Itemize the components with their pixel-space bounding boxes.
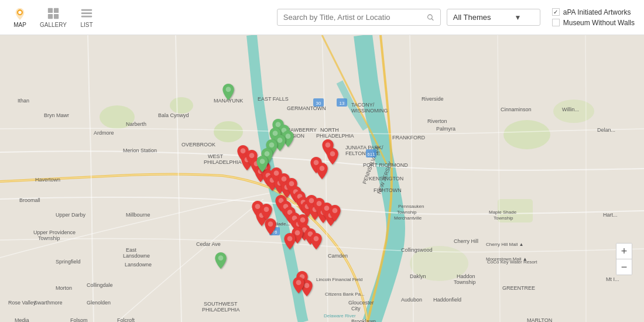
svg-text:Merion Station: Merion Station <box>123 148 157 153</box>
svg-text:Upper Providence: Upper Providence <box>33 229 76 235</box>
svg-point-1 <box>18 11 22 14</box>
red-pin[interactable] <box>328 205 341 224</box>
svg-text:Collingdale: Collingdale <box>87 282 113 288</box>
svg-text:Willin...: Willin... <box>562 107 579 112</box>
svg-text:Riverside: Riverside <box>422 96 444 102</box>
svg-text:Township: Township <box>397 210 417 215</box>
view-toggle-group: MAP GALLERY LIST <box>9 7 97 28</box>
zoom-out-button[interactable]: − <box>616 259 632 275</box>
svg-text:Cedar Ave: Cedar Ave <box>196 241 221 247</box>
svg-text:East: East <box>126 247 137 253</box>
svg-point-9 <box>427 15 432 19</box>
svg-rect-3 <box>54 8 59 12</box>
svg-text:NORTH: NORTH <box>320 127 339 133</box>
legend-item-mww[interactable]: Museum Without Walls <box>552 19 635 27</box>
svg-point-15 <box>503 120 550 149</box>
svg-text:Millbourne: Millbourne <box>126 212 150 218</box>
svg-text:Daklyn: Daklyn <box>410 273 426 279</box>
svg-text:Hart...: Hart... <box>603 212 618 218</box>
mww-label: Museum Without Walls <box>563 19 635 27</box>
svg-point-137 <box>300 217 306 222</box>
red-pin[interactable] <box>316 163 328 181</box>
svg-text:Delan...: Delan... <box>597 127 615 133</box>
svg-text:Upper Darby: Upper Darby <box>56 212 86 218</box>
svg-text:Moorestown Mall ▲: Moorestown Mall ▲ <box>486 256 527 262</box>
svg-text:Township: Township <box>38 235 60 241</box>
svg-text:Palmyra: Palmyra <box>436 126 455 132</box>
svg-text:City: City <box>351 306 361 311</box>
svg-text:13: 13 <box>340 101 345 106</box>
svg-text:Delaware River: Delaware River <box>324 313 356 318</box>
svg-text:Folsom: Folsom <box>70 317 88 322</box>
svg-text:Bala Cynwyd: Bala Cynwyd <box>158 112 189 118</box>
zoom-in-button[interactable]: + <box>616 244 632 259</box>
map-view-button[interactable]: MAP <box>9 7 30 28</box>
svg-text:Narberth: Narberth <box>126 121 146 127</box>
svg-text:Gloucester: Gloucester <box>348 300 374 306</box>
svg-text:Lansdowne: Lansdowne <box>125 262 152 268</box>
apa-checkbox[interactable] <box>552 8 560 16</box>
svg-rect-2 <box>48 8 53 12</box>
svg-text:Haddon: Haddon <box>457 273 475 279</box>
svg-text:Ardmore: Ardmore <box>94 130 114 136</box>
svg-point-141 <box>268 221 273 227</box>
red-pin[interactable] <box>283 233 296 252</box>
search-input[interactable] <box>283 13 423 22</box>
green-pin[interactable] <box>214 252 227 271</box>
svg-text:Ithan: Ithan <box>18 98 29 104</box>
svg-text:Havertown: Havertown <box>35 177 60 183</box>
svg-text:SOUTHWEST: SOUTHWEST <box>204 301 238 307</box>
svg-text:MARLTON: MARLTON <box>527 317 552 322</box>
svg-text:Bryn Mawr: Bryn Mawr <box>44 112 69 118</box>
theme-dropdown[interactable]: All Themes ▼ <box>447 9 540 26</box>
svg-text:Swarthmore: Swarthmore <box>34 300 63 306</box>
svg-rect-7 <box>81 12 92 14</box>
svg-point-151 <box>330 151 335 156</box>
green-pin[interactable] <box>256 156 269 174</box>
svg-text:Haddonfield: Haddonfield <box>433 297 461 303</box>
mww-checkbox[interactable] <box>552 19 560 26</box>
svg-text:Brooklawn: Brooklawn <box>351 318 376 322</box>
chevron-down-icon: ▼ <box>515 13 522 22</box>
svg-text:Broomall: Broomall <box>19 197 40 203</box>
svg-text:Cherry Hill Mall ▲: Cherry Hill Mall ▲ <box>486 242 523 247</box>
svg-point-153 <box>320 166 325 171</box>
svg-point-140 <box>264 207 269 212</box>
theme-label: All Themes <box>453 13 491 22</box>
svg-text:Morton: Morton <box>56 285 72 291</box>
svg-text:OVERBROOK: OVERBROOK <box>181 142 215 148</box>
red-pin[interactable] <box>310 233 323 252</box>
svg-text:Mt I...: Mt I... <box>606 276 619 282</box>
svg-point-150 <box>326 142 331 148</box>
svg-text:Folcroft: Folcroft <box>117 317 135 322</box>
svg-text:WEST: WEST <box>208 153 224 159</box>
svg-text:WISSINOMING: WISSINOMING <box>351 108 388 114</box>
svg-text:611: 611 <box>367 152 375 157</box>
list-view-button[interactable]: LIST <box>76 7 97 28</box>
svg-text:Collingswood: Collingswood <box>401 247 433 253</box>
svg-point-162 <box>260 159 265 164</box>
svg-point-154 <box>226 87 231 92</box>
red-pin[interactable] <box>292 277 305 296</box>
search-icon <box>427 13 434 22</box>
legend-item-apa[interactable]: aPA Initiated Artworks <box>552 8 635 16</box>
svg-text:Rose Valley: Rose Valley <box>8 300 36 306</box>
svg-text:GREENTREE: GREENTREE <box>502 285 535 291</box>
svg-point-14 <box>170 97 193 114</box>
map-label: MAP <box>13 22 26 28</box>
list-label: LIST <box>80 22 93 28</box>
svg-rect-4 <box>48 13 53 18</box>
search-box[interactable] <box>277 9 441 26</box>
svg-text:FRANKFORD: FRANKFORD <box>392 135 426 141</box>
svg-point-146 <box>287 236 293 241</box>
svg-rect-6 <box>81 9 92 11</box>
svg-text:Cinnaminson: Cinnaminson <box>501 107 532 112</box>
map-container[interactable]: Ithan Bryn Mawr Ardmore Narberth Bala Cy… <box>0 35 644 322</box>
svg-text:Cherry Hill: Cherry Hill <box>454 238 478 244</box>
apa-label: aPA Initiated Artworks <box>563 8 631 16</box>
red-pin[interactable] <box>264 218 277 237</box>
gallery-view-button[interactable]: GALLERY <box>40 7 67 28</box>
green-pin[interactable] <box>222 84 235 102</box>
svg-text:Audubon: Audubon <box>401 297 422 303</box>
svg-rect-8 <box>81 15 92 17</box>
